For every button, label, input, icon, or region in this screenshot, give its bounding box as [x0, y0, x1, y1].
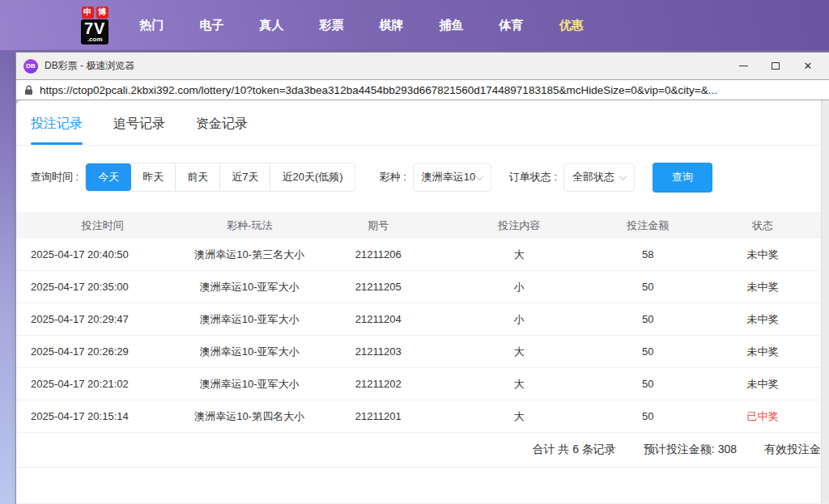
cell-game-play: 澳洲幸运10-亚军大小 — [189, 377, 310, 392]
cell-bet-time: 2025-04-17 20:40:50 — [16, 248, 189, 260]
cell-bet-content: 小 — [447, 280, 592, 294]
cell-bet-content: 大 — [447, 248, 592, 262]
cell-bet-time: 2025-04-17 20:21:02 — [16, 378, 189, 390]
lock-icon — [24, 85, 33, 95]
header-status: 状态 — [704, 218, 821, 233]
cell-status: 未中奖 — [704, 280, 821, 294]
window-titlebar: DB DB彩票 - 极速浏览器 — [16, 53, 829, 79]
nav-item-chess[interactable]: 棋牌 — [361, 10, 421, 41]
nav-item-promo[interactable]: 优惠 — [541, 10, 601, 41]
cell-bet-time: 2025-04-17 20:35:00 — [16, 281, 189, 293]
table-row: 2025-04-17 20:40:50 澳洲幸运10-第三名大小 2121120… — [16, 239, 821, 271]
time-option-today[interactable]: 今天 — [86, 163, 131, 191]
time-option-20days[interactable]: 近20天(低频) — [270, 163, 354, 191]
tab-chase-records[interactable]: 追号记录 — [113, 112, 165, 145]
time-option-yesterday[interactable]: 昨天 — [131, 163, 175, 191]
time-option-daybefore[interactable]: 前天 — [175, 163, 219, 191]
app-icon: DB — [23, 59, 38, 74]
maximize-button[interactable] — [759, 55, 792, 78]
minimize-button[interactable] — [727, 55, 759, 78]
browser-window: DB DB彩票 - 极速浏览器 https://ctop02pcali.2kbx… — [16, 53, 829, 504]
time-filter-label: 查询时间 : — [31, 170, 79, 184]
cell-bet-amount: 58 — [592, 248, 704, 260]
query-button[interactable]: 查询 — [653, 163, 712, 193]
close-button[interactable] — [792, 55, 824, 78]
cell-status: 已中奖 — [704, 409, 821, 424]
cell-status: 未中奖 — [704, 345, 821, 359]
logo-main-text: 7V — [84, 20, 105, 36]
cell-bet-amount: 50 — [592, 378, 704, 390]
tab-fund-records[interactable]: 资金记录 — [196, 112, 248, 145]
table-summary-row: 合计 共 6 条记录 预计投注金额: 308 有效投注金 — [16, 433, 821, 468]
header-game-play: 彩种-玩法 — [189, 218, 310, 233]
cell-bet-time: 2025-04-17 20:15:14 — [16, 410, 189, 422]
table-row: 2025-04-17 20:26:29 澳洲幸运10-亚军大小 21211203… — [16, 336, 821, 368]
cell-issue: 21211204 — [310, 313, 447, 325]
filter-bar: 查询时间 : 今天 昨天 前天 近7天 近20天(低频) 彩种 : 澳洲幸运10… — [31, 163, 821, 192]
nav-item-live[interactable]: 真人 — [241, 10, 301, 41]
cell-bet-amount: 50 — [592, 410, 704, 422]
logo-badge-shen: 申 — [82, 6, 94, 19]
status-filter-label: 订单状态 : — [509, 170, 557, 184]
logo-sub-text: .com — [84, 36, 105, 43]
cell-bet-content: 大 — [447, 409, 592, 424]
cell-bet-amount: 50 — [592, 345, 704, 358]
lottery-select-value: 澳洲幸运10 — [422, 170, 475, 184]
summary-expected-amount: 预计投注金额: 308 — [644, 443, 737, 457]
header-issue: 期号 — [310, 218, 447, 233]
page-scrollbar[interactable] — [821, 100, 829, 503]
time-range-group: 今天 昨天 前天 近7天 近20天(低频) — [85, 163, 355, 192]
summary-valid-amount: 有效投注金 — [764, 443, 821, 457]
header-bet-amount: 投注金额 — [592, 218, 704, 233]
lottery-filter-label: 彩种 : — [380, 170, 406, 184]
cell-game-play: 澳洲幸运10-亚军大小 — [189, 280, 310, 294]
page-content: 投注记录 追号记录 资金记录 查询时间 : 今天 昨天 前天 近7天 近20天(… — [16, 100, 821, 503]
cell-bet-content: 小 — [447, 312, 592, 327]
site-top-bar: 申 博 7V .com 热门 电子 真人 彩票 棋牌 捕鱼 体育 优惠 — [0, 0, 829, 50]
order-status-select[interactable]: 全部状态 — [563, 163, 635, 192]
table-row: 2025-04-17 20:29:47 澳洲幸运10-亚军大小 21211204… — [16, 303, 821, 336]
minimize-icon — [739, 66, 748, 66]
header-bet-content: 投注内容 — [447, 218, 592, 233]
nav-item-lottery[interactable]: 彩票 — [301, 10, 361, 41]
summary-total-records: 合计 共 6 条记录 — [532, 443, 615, 457]
tab-bet-records[interactable]: 投注记录 — [31, 112, 83, 145]
header-bet-time: 投注时间 — [16, 218, 189, 233]
cell-bet-amount: 50 — [592, 313, 704, 325]
url-text: https://ctop02pcali.2kbxi392.com/lottery… — [40, 84, 717, 96]
cell-issue: 21211202 — [310, 378, 447, 390]
cell-issue: 21211201 — [310, 410, 447, 422]
address-bar[interactable]: https://ctop02pcali.2kbxi392.com/lottery… — [16, 79, 829, 100]
cell-issue: 21211205 — [310, 281, 447, 293]
cell-status: 未中奖 — [704, 248, 821, 262]
logo-black-box: 7V .com — [81, 19, 108, 44]
logo-badges: 申 博 — [82, 6, 108, 19]
nav-item-fishing[interactable]: 捕鱼 — [421, 10, 481, 41]
window-title: DB彩票 - 极速浏览器 — [45, 59, 134, 73]
cell-game-play: 澳洲幸运10-亚军大小 — [189, 312, 310, 327]
time-option-7days[interactable]: 近7天 — [219, 163, 270, 191]
record-tabs: 投注记录 追号记录 资金记录 — [16, 100, 821, 146]
order-status-value: 全部状态 — [572, 170, 614, 184]
bet-records-table: 投注时间 彩种-玩法 期号 投注内容 投注金额 状态 2025-04-17 20… — [16, 212, 821, 468]
table-row: 2025-04-17 20:35:00 澳洲幸运10-亚军大小 21211205… — [16, 271, 821, 303]
cell-issue: 21211206 — [310, 248, 447, 260]
nav-item-hot[interactable]: 热门 — [121, 10, 181, 41]
site-logo[interactable]: 申 博 7V .com — [81, 6, 108, 44]
logo-badge-bo: 博 — [96, 6, 108, 19]
page-content-wrap: 投注记录 追号记录 资金记录 查询时间 : 今天 昨天 前天 近7天 近20天(… — [16, 100, 829, 503]
nav-item-sports[interactable]: 体育 — [481, 10, 541, 41]
main-nav: 热门 电子 真人 彩票 棋牌 捕鱼 体育 优惠 — [121, 10, 601, 41]
chevron-down-icon — [475, 172, 483, 180]
window-controls — [727, 55, 824, 78]
cell-status: 未中奖 — [704, 377, 821, 392]
cell-bet-amount: 50 — [592, 281, 704, 293]
cell-game-play: 澳洲幸运10-第三名大小 — [189, 248, 310, 262]
table-header-row: 投注时间 彩种-玩法 期号 投注内容 投注金额 状态 — [16, 212, 821, 239]
lottery-select[interactable]: 澳洲幸运10 — [413, 163, 491, 192]
cell-game-play: 澳洲幸运10-亚军大小 — [189, 345, 310, 359]
nav-item-electronic[interactable]: 电子 — [181, 10, 241, 41]
cell-bet-time: 2025-04-17 20:26:29 — [16, 345, 189, 358]
close-icon — [804, 61, 813, 71]
table-row: 2025-04-17 20:21:02 澳洲幸运10-亚军大小 21211202… — [16, 368, 821, 400]
